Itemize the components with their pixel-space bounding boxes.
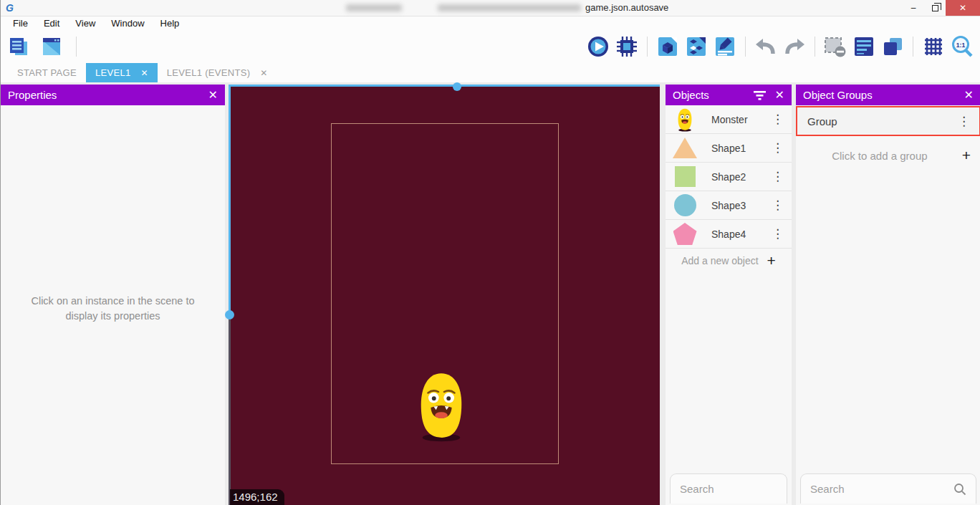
monster-thumbnail-icon — [673, 107, 697, 132]
group-name: Group — [807, 115, 956, 128]
object-row-monster[interactable]: Monster ⋮ — [666, 105, 792, 134]
group-row-group[interactable]: Group ⋮ — [796, 106, 980, 136]
window-controls: – ✕ — [903, 0, 980, 16]
redo-icon[interactable] — [782, 34, 807, 59]
layers-icon[interactable] — [880, 34, 905, 59]
app-logo-icon: G — [6, 3, 14, 13]
minimize-button[interactable]: – — [903, 0, 924, 16]
scene-canvas[interactable]: 1496;162 — [229, 85, 660, 505]
plus-icon: + — [767, 254, 776, 268]
svg-text:1:1: 1:1 — [956, 42, 966, 49]
menu-bar: File Edit View Window Help — [1, 16, 980, 30]
close-panel-icon[interactable]: ✕ — [208, 88, 218, 102]
tab-label: START PAGE — [17, 67, 77, 78]
toolbar-divider — [647, 37, 648, 57]
tab-level1-events[interactable]: LEVEL1 (EVENTS) ✕ — [158, 63, 277, 82]
groups-search-input[interactable] — [810, 483, 953, 495]
properties-empty-message: Click on an instance in the scene to dis… — [1, 294, 225, 324]
filter-icon[interactable] — [753, 90, 767, 101]
menu-help[interactable]: Help — [153, 18, 188, 29]
tab-bar: START PAGE LEVEL1 ✕ LEVEL1 (EVENTS) ✕ — [1, 63, 980, 82]
panel-title: Object Groups — [803, 89, 956, 101]
zoom-1-1-icon[interactable]: 1:1 — [950, 34, 974, 59]
redacted-path-segment — [438, 4, 581, 11]
add-object-button[interactable]: Add a new object + — [666, 249, 792, 273]
menu-edit[interactable]: Edit — [36, 18, 67, 29]
circle-icon — [674, 194, 696, 216]
preview-play-icon[interactable] — [586, 34, 610, 59]
search-icon — [953, 483, 966, 496]
object-groups-panel: Object Groups ✕ Group ⋮ Click to add a g… — [796, 85, 980, 505]
horizontal-scrollbar[interactable] — [229, 85, 660, 87]
plus-icon: + — [962, 148, 971, 163]
panel-title: Objects — [673, 89, 753, 101]
project-manager-icon[interactable] — [6, 34, 31, 59]
add-object-label: Add a new object — [681, 255, 758, 266]
menu-window[interactable]: Window — [103, 18, 152, 29]
object-name: Shape1 — [711, 143, 769, 154]
close-button[interactable]: ✕ — [946, 0, 980, 16]
object-menu-icon[interactable]: ⋮ — [769, 170, 786, 183]
instances-icon[interactable] — [684, 34, 708, 59]
instances-list-icon[interactable] — [852, 34, 876, 59]
delete-selection-icon[interactable] — [823, 34, 847, 59]
tab-level1[interactable]: LEVEL1 ✕ — [86, 63, 158, 82]
object-row-shape4[interactable]: Shape4 ⋮ — [666, 220, 792, 249]
vertical-scrollbar-track — [229, 317, 231, 505]
debug-icon[interactable] — [615, 34, 639, 59]
object-row-shape2[interactable]: Shape2 ⋮ — [666, 163, 792, 191]
close-tab-icon[interactable]: ✕ — [140, 68, 148, 78]
object-name: Shape2 — [711, 171, 769, 183]
properties-panel: Properties ✕ Click on an instance in the… — [1, 85, 225, 505]
pentagon-icon — [673, 223, 697, 245]
object-row-shape1[interactable]: Shape1 ⋮ — [666, 134, 792, 163]
square-icon — [675, 166, 696, 187]
grid-icon[interactable] — [921, 34, 946, 59]
objects-panel-header: Objects ✕ — [666, 85, 792, 105]
vertical-scrollbar[interactable] — [229, 85, 231, 317]
undo-icon[interactable] — [754, 34, 778, 59]
add-group-button[interactable]: Click to add a group + — [796, 145, 980, 166]
restore-icon — [932, 5, 938, 11]
toolbar: 1:1 — [1, 30, 980, 63]
edit-scene-properties-icon[interactable] — [713, 34, 737, 59]
object-name: Shape3 — [711, 200, 769, 211]
objects-editor-icon[interactable] — [655, 34, 680, 59]
tab-label: LEVEL1 — [95, 67, 131, 78]
close-panel-icon[interactable]: ✕ — [775, 88, 784, 102]
menu-file[interactable]: File — [5, 18, 36, 29]
toolbar-divider — [745, 37, 746, 57]
add-group-label: Click to add a group — [806, 150, 953, 162]
window-title: game.json.autosave — [585, 2, 668, 13]
object-row-shape3[interactable]: Shape3 ⋮ — [666, 191, 792, 220]
object-menu-icon[interactable]: ⋮ — [769, 142, 786, 154]
toolbar-divider — [913, 37, 913, 57]
panel-title: Properties — [8, 89, 200, 101]
objects-search-box[interactable] — [670, 473, 787, 504]
properties-panel-header: Properties ✕ — [1, 85, 225, 105]
object-menu-icon[interactable]: ⋮ — [769, 228, 786, 240]
object-menu-icon[interactable]: ⋮ — [769, 199, 786, 211]
menu-view[interactable]: View — [67, 18, 103, 29]
tab-start-page[interactable]: START PAGE — [8, 63, 86, 82]
monster-instance[interactable] — [413, 370, 469, 443]
groups-search-box[interactable] — [800, 473, 976, 504]
start-page-icon[interactable] — [39, 34, 64, 59]
restore-button[interactable] — [924, 0, 946, 16]
redacted-path-segment — [346, 4, 402, 11]
toolbar-divider — [815, 37, 815, 57]
toolbar-divider — [76, 37, 77, 57]
cursor-coordinates: 1496;162 — [230, 489, 284, 505]
triangle-icon — [673, 138, 697, 158]
close-tab-icon[interactable]: ✕ — [260, 68, 267, 78]
group-menu-icon[interactable]: ⋮ — [956, 115, 972, 128]
objects-panel: Objects ✕ Monste — [666, 85, 792, 505]
main-area: Properties ✕ Click on an instance in the… — [1, 82, 980, 505]
vertical-scrollbar-handle[interactable] — [225, 310, 234, 319]
title-bar: G game.json.autosave – ✕ — [1, 0, 980, 16]
horizontal-scrollbar-handle[interactable] — [453, 82, 461, 91]
object-menu-icon[interactable]: ⋮ — [769, 113, 786, 125]
object-name: Shape4 — [711, 229, 769, 240]
tab-label: LEVEL1 (EVENTS) — [167, 67, 251, 78]
close-panel-icon[interactable]: ✕ — [964, 88, 974, 102]
